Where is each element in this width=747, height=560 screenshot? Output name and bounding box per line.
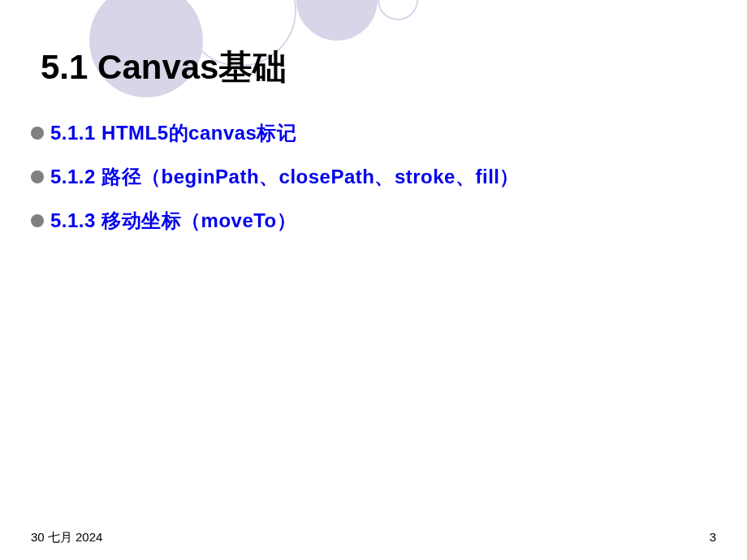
decorative-circle-outline-small — [378, 0, 418, 20]
list-item: 5.1.2 路径（beginPath、closePath、stroke、fill… — [31, 164, 520, 190]
slide-footer: 30 七月 2024 3 — [31, 530, 716, 545]
list-item: 5.1.1 HTML5的canvas标记 — [31, 120, 520, 146]
bullet-text: 5.1.3 移动坐标（moveTo） — [50, 208, 296, 234]
bullet-text: 5.1.2 路径（beginPath、closePath、stroke、fill… — [50, 164, 520, 190]
list-item: 5.1.3 移动坐标（moveTo） — [31, 208, 520, 234]
bullet-icon — [31, 127, 44, 140]
decorative-circle-filled-medium — [296, 0, 378, 41]
content-list: 5.1.1 HTML5的canvas标记 5.1.2 路径（beginPath、… — [31, 120, 520, 252]
slide-title: 5.1 Canvas基础 — [41, 45, 287, 90]
footer-date: 30 七月 2024 — [31, 530, 102, 545]
footer-page-number: 3 — [710, 530, 716, 545]
bullet-text: 5.1.1 HTML5的canvas标记 — [50, 120, 296, 146]
bullet-icon — [31, 214, 44, 227]
bullet-icon — [31, 170, 44, 183]
